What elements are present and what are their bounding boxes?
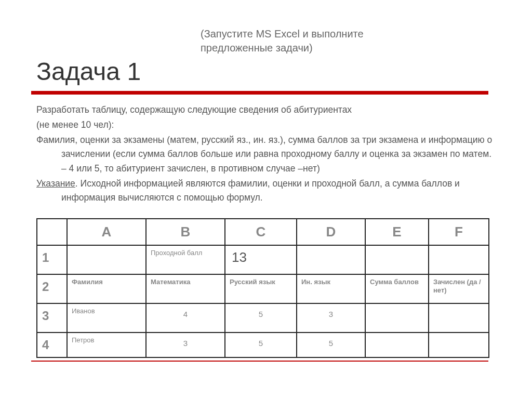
- body-text: Разработать таблицу, содержащую следующи…: [36, 103, 494, 206]
- cell-E3: [365, 303, 429, 332]
- corner-cell: [37, 219, 67, 245]
- cell-B3: 4: [146, 303, 225, 332]
- col-E: E: [365, 219, 429, 245]
- paragraph-1: Разработать таблицу, содержащую следующи…: [36, 103, 494, 117]
- cell-D4: 5: [297, 332, 365, 357]
- cell-A4: Петров: [67, 332, 146, 357]
- cell-A3: Иванов: [67, 303, 146, 332]
- table-row: 4 Петров 3 5 5: [37, 332, 489, 357]
- cell-C1: 13: [225, 245, 297, 274]
- col-F: F: [429, 219, 489, 245]
- hint-label: Указание: [36, 178, 75, 189]
- paragraph-3: Фамилия, оценки за экзамены (матем, русс…: [36, 133, 494, 175]
- cell-B1: Проходной балл: [146, 245, 225, 274]
- cell-F1: [429, 245, 489, 274]
- paragraph-4: Указание. Исходной информацией являются …: [36, 177, 494, 205]
- cell-E2: Сумма баллов: [365, 274, 429, 303]
- cell-E1: [365, 245, 429, 274]
- bottom-divider: [31, 361, 488, 362]
- cell-B4: 3: [146, 332, 225, 357]
- cell-F4: [429, 332, 489, 357]
- table-row: 3 Иванов 4 5 3: [37, 303, 489, 332]
- paragraph-2: (не менее 10 чел):: [36, 118, 494, 132]
- cell-A1: [67, 245, 146, 274]
- col-C: C: [225, 219, 297, 245]
- col-D: D: [297, 219, 365, 245]
- cell-A2: Фамилия: [67, 274, 146, 303]
- row-4-head: 4: [37, 332, 67, 357]
- slide-title: Задача 1: [36, 57, 141, 86]
- cell-F3: [429, 303, 489, 332]
- cell-C2: Русский язык: [225, 274, 297, 303]
- col-B: B: [146, 219, 225, 245]
- column-header-row: A B C D E F: [37, 219, 489, 245]
- cell-F2: Зачислен (да /нет): [429, 274, 489, 303]
- cell-C3: 5: [225, 303, 297, 332]
- title-underline: [31, 91, 488, 95]
- cell-C4: 5: [225, 332, 297, 357]
- table-row: 2 Фамилия Математика Русский язык Ин. яз…: [37, 274, 489, 303]
- spreadsheet-table: A B C D E F 1 Проходной балл 13 2 Фамили…: [36, 218, 489, 358]
- row-2-head: 2: [37, 274, 67, 303]
- row-1-head: 1: [37, 245, 67, 274]
- table-row: 1 Проходной балл 13: [37, 245, 489, 274]
- subtitle-line-1: (Запустите MS Excel и выполните: [201, 28, 364, 39]
- cell-D3: 3: [297, 303, 365, 332]
- cell-B2: Математика: [146, 274, 225, 303]
- row-3-head: 3: [37, 303, 67, 332]
- subtitle-line-2: предложенные задачи): [201, 42, 313, 54]
- cell-D1: [297, 245, 365, 274]
- cell-D2: Ин. язык: [297, 274, 365, 303]
- cell-E4: [365, 332, 429, 357]
- hint-text: . Исходной информацией являются фамилии,…: [61, 178, 460, 203]
- slide-subtitle: (Запустите MS Excel и выполните предложе…: [201, 27, 364, 55]
- col-A: A: [67, 219, 146, 245]
